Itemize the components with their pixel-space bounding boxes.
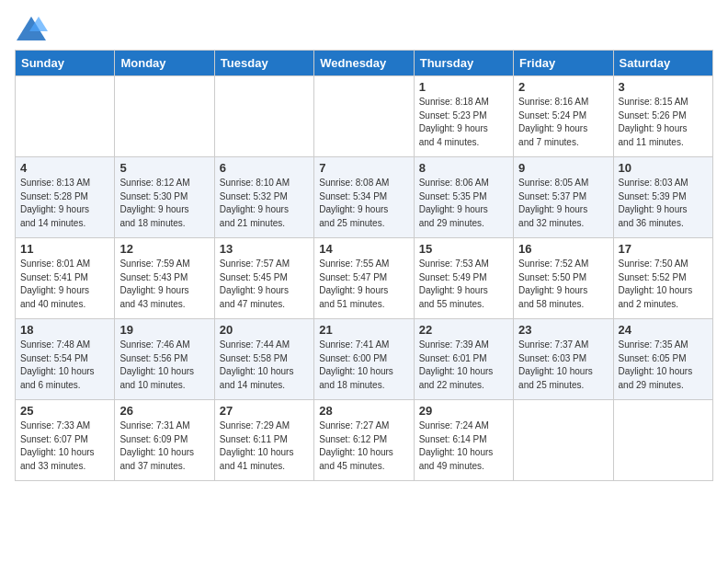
day-info: Sunrise: 8:12 AM Sunset: 5:30 PM Dayligh… bbox=[119, 177, 209, 230]
calendar-cell: 22Sunrise: 7:39 AM Sunset: 6:01 PM Dayli… bbox=[414, 319, 513, 400]
calendar-cell: 4Sunrise: 8:13 AM Sunset: 5:28 PM Daylig… bbox=[16, 157, 115, 238]
day-number: 27 bbox=[220, 404, 309, 418]
day-info: Sunrise: 8:15 AM Sunset: 5:26 PM Dayligh… bbox=[619, 96, 708, 149]
day-number: 18 bbox=[20, 323, 109, 337]
day-info: Sunrise: 7:50 AM Sunset: 5:52 PM Dayligh… bbox=[619, 258, 708, 311]
day-number: 9 bbox=[518, 161, 608, 175]
day-info: Sunrise: 7:29 AM Sunset: 6:11 PM Dayligh… bbox=[220, 419, 309, 473]
calendar-cell bbox=[115, 76, 214, 157]
day-info: Sunrise: 8:01 AM Sunset: 5:41 PM Dayligh… bbox=[20, 258, 109, 311]
calendar-cell: 23Sunrise: 7:37 AM Sunset: 6:03 PM Dayli… bbox=[514, 319, 613, 400]
day-info: Sunrise: 7:37 AM Sunset: 6:03 PM Dayligh… bbox=[518, 339, 608, 392]
calendar-cell: 8Sunrise: 8:06 AM Sunset: 5:35 PM Daylig… bbox=[414, 157, 513, 238]
day-number: 10 bbox=[619, 161, 708, 175]
day-number: 15 bbox=[419, 242, 508, 256]
day-info: Sunrise: 8:05 AM Sunset: 5:37 PM Dayligh… bbox=[518, 177, 608, 230]
day-info: Sunrise: 7:31 AM Sunset: 6:09 PM Dayligh… bbox=[119, 419, 209, 473]
header bbox=[15, 15, 713, 42]
calendar-cell: 29Sunrise: 7:24 AM Sunset: 6:14 PM Dayli… bbox=[414, 400, 513, 481]
calendar-body: 1Sunrise: 8:18 AM Sunset: 5:23 PM Daylig… bbox=[16, 76, 713, 481]
calendar-day-header: Monday bbox=[115, 51, 214, 76]
day-number: 7 bbox=[319, 161, 408, 175]
calendar-day-header: Sunday bbox=[16, 51, 115, 76]
day-info: Sunrise: 8:13 AM Sunset: 5:28 PM Dayligh… bbox=[20, 177, 109, 230]
calendar-cell: 27Sunrise: 7:29 AM Sunset: 6:11 PM Dayli… bbox=[214, 400, 313, 481]
day-number: 6 bbox=[220, 161, 309, 175]
logo-icon bbox=[15, 15, 48, 42]
day-info: Sunrise: 7:57 AM Sunset: 5:45 PM Dayligh… bbox=[220, 258, 309, 311]
calendar-cell bbox=[16, 76, 115, 157]
calendar-cell: 3Sunrise: 8:15 AM Sunset: 5:26 PM Daylig… bbox=[613, 76, 712, 157]
calendar-day-header: Friday bbox=[514, 51, 613, 76]
calendar-cell: 24Sunrise: 7:35 AM Sunset: 6:05 PM Dayli… bbox=[613, 319, 712, 400]
day-number: 3 bbox=[619, 80, 708, 94]
day-info: Sunrise: 7:41 AM Sunset: 6:00 PM Dayligh… bbox=[319, 339, 408, 392]
calendar-week-row: 25Sunrise: 7:33 AM Sunset: 6:07 PM Dayli… bbox=[16, 400, 713, 481]
day-number: 19 bbox=[119, 323, 209, 337]
calendar-week-row: 1Sunrise: 8:18 AM Sunset: 5:23 PM Daylig… bbox=[16, 76, 713, 157]
calendar-cell: 2Sunrise: 8:16 AM Sunset: 5:24 PM Daylig… bbox=[514, 76, 613, 157]
day-number: 1 bbox=[419, 80, 508, 94]
calendar-cell: 13Sunrise: 7:57 AM Sunset: 5:45 PM Dayli… bbox=[214, 238, 313, 319]
calendar-week-row: 4Sunrise: 8:13 AM Sunset: 5:28 PM Daylig… bbox=[16, 157, 713, 238]
day-info: Sunrise: 7:52 AM Sunset: 5:50 PM Dayligh… bbox=[518, 258, 608, 311]
calendar-cell: 16Sunrise: 7:52 AM Sunset: 5:50 PM Dayli… bbox=[514, 238, 613, 319]
day-info: Sunrise: 7:46 AM Sunset: 5:56 PM Dayligh… bbox=[119, 339, 209, 392]
calendar-table: SundayMondayTuesdayWednesdayThursdayFrid… bbox=[15, 50, 713, 481]
day-number: 12 bbox=[119, 242, 209, 256]
calendar-cell bbox=[314, 76, 414, 157]
calendar-cell: 17Sunrise: 7:50 AM Sunset: 5:52 PM Dayli… bbox=[613, 238, 712, 319]
calendar-cell: 19Sunrise: 7:46 AM Sunset: 5:56 PM Dayli… bbox=[115, 319, 214, 400]
day-info: Sunrise: 7:53 AM Sunset: 5:49 PM Dayligh… bbox=[419, 258, 508, 311]
day-number: 5 bbox=[119, 161, 209, 175]
logo bbox=[15, 15, 51, 42]
calendar-cell: 15Sunrise: 7:53 AM Sunset: 5:49 PM Dayli… bbox=[414, 238, 513, 319]
day-info: Sunrise: 7:55 AM Sunset: 5:47 PM Dayligh… bbox=[319, 258, 408, 311]
day-info: Sunrise: 8:06 AM Sunset: 5:35 PM Dayligh… bbox=[419, 177, 508, 230]
calendar-cell: 25Sunrise: 7:33 AM Sunset: 6:07 PM Dayli… bbox=[16, 400, 115, 481]
day-info: Sunrise: 8:08 AM Sunset: 5:34 PM Dayligh… bbox=[319, 177, 408, 230]
calendar-cell: 12Sunrise: 7:59 AM Sunset: 5:43 PM Dayli… bbox=[115, 238, 214, 319]
day-number: 4 bbox=[20, 161, 109, 175]
calendar-cell bbox=[214, 76, 313, 157]
calendar-header-row: SundayMondayTuesdayWednesdayThursdayFrid… bbox=[16, 51, 713, 76]
day-number: 28 bbox=[319, 404, 408, 418]
day-number: 25 bbox=[20, 404, 109, 418]
calendar-cell: 14Sunrise: 7:55 AM Sunset: 5:47 PM Dayli… bbox=[314, 238, 414, 319]
day-number: 21 bbox=[319, 323, 408, 337]
calendar-week-row: 11Sunrise: 8:01 AM Sunset: 5:41 PM Dayli… bbox=[16, 238, 713, 319]
calendar-cell: 10Sunrise: 8:03 AM Sunset: 5:39 PM Dayli… bbox=[613, 157, 712, 238]
day-info: Sunrise: 7:27 AM Sunset: 6:12 PM Dayligh… bbox=[319, 419, 408, 473]
calendar-cell: 5Sunrise: 8:12 AM Sunset: 5:30 PM Daylig… bbox=[115, 157, 214, 238]
calendar-cell: 11Sunrise: 8:01 AM Sunset: 5:41 PM Dayli… bbox=[16, 238, 115, 319]
calendar-day-header: Wednesday bbox=[314, 51, 414, 76]
day-info: Sunrise: 7:35 AM Sunset: 6:05 PM Dayligh… bbox=[619, 339, 708, 392]
day-info: Sunrise: 7:48 AM Sunset: 5:54 PM Dayligh… bbox=[20, 339, 109, 392]
day-info: Sunrise: 7:39 AM Sunset: 6:01 PM Dayligh… bbox=[419, 339, 508, 392]
day-number: 13 bbox=[220, 242, 309, 256]
day-info: Sunrise: 8:16 AM Sunset: 5:24 PM Dayligh… bbox=[518, 96, 608, 149]
day-info: Sunrise: 8:10 AM Sunset: 5:32 PM Dayligh… bbox=[220, 177, 309, 230]
day-number: 8 bbox=[419, 161, 508, 175]
day-number: 16 bbox=[518, 242, 608, 256]
calendar-day-header: Tuesday bbox=[214, 51, 313, 76]
day-number: 26 bbox=[119, 404, 209, 418]
day-number: 29 bbox=[419, 404, 508, 418]
calendar-week-row: 18Sunrise: 7:48 AM Sunset: 5:54 PM Dayli… bbox=[16, 319, 713, 400]
calendar-cell: 1Sunrise: 8:18 AM Sunset: 5:23 PM Daylig… bbox=[414, 76, 513, 157]
day-number: 22 bbox=[419, 323, 508, 337]
calendar-cell: 18Sunrise: 7:48 AM Sunset: 5:54 PM Dayli… bbox=[16, 319, 115, 400]
calendar-cell: 21Sunrise: 7:41 AM Sunset: 6:00 PM Dayli… bbox=[314, 319, 414, 400]
day-number: 17 bbox=[619, 242, 708, 256]
calendar-cell bbox=[514, 400, 613, 481]
calendar-cell: 26Sunrise: 7:31 AM Sunset: 6:09 PM Dayli… bbox=[115, 400, 214, 481]
calendar-cell bbox=[613, 400, 712, 481]
calendar-day-header: Saturday bbox=[613, 51, 712, 76]
day-number: 2 bbox=[518, 80, 608, 94]
day-number: 14 bbox=[319, 242, 408, 256]
calendar-cell: 20Sunrise: 7:44 AM Sunset: 5:58 PM Dayli… bbox=[214, 319, 313, 400]
calendar-cell: 28Sunrise: 7:27 AM Sunset: 6:12 PM Dayli… bbox=[314, 400, 414, 481]
day-number: 23 bbox=[518, 323, 608, 337]
calendar-cell: 7Sunrise: 8:08 AM Sunset: 5:34 PM Daylig… bbox=[314, 157, 414, 238]
day-info: Sunrise: 7:44 AM Sunset: 5:58 PM Dayligh… bbox=[220, 339, 309, 392]
